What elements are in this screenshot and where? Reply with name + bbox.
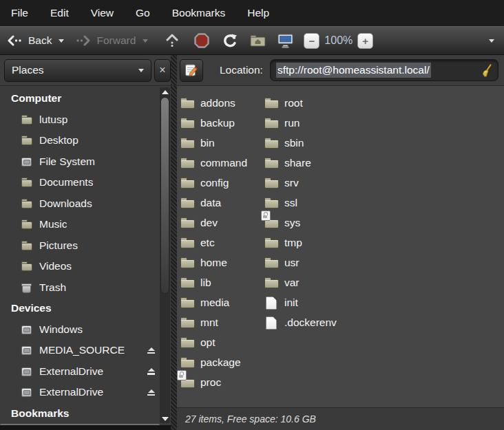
folder-icon [180,336,196,349]
sidebar-item-desktop[interactable]: Desktop [0,130,171,151]
sidebar-item-home-lutusp[interactable]: lutusp [0,109,171,131]
reload-button[interactable] [222,33,238,48]
folder-icon [264,257,280,269]
sidebar-item-externaldrive-2[interactable]: ExternalDrive [0,382,171,403]
menu-view[interactable]: View [87,6,118,21]
file-item-var[interactable]: var [264,272,348,292]
menu-bookmarks[interactable]: Bookmarks [168,6,230,21]
file-item-package[interactable]: package [180,352,264,372]
main-pane: addons backup bin command config data de… [177,86,504,430]
edit-path-icon [185,63,198,77]
desktop-folder-icon [21,135,33,146]
file-item-addons[interactable]: addons [180,93,264,113]
file-item-sbin[interactable]: sbin [264,133,348,153]
pane-splitter-top[interactable] [171,55,177,85]
status-text: 27 items, Free space: 10.6 GB [185,413,316,424]
computer-icon [277,34,294,48]
file-item-backup[interactable]: backup [180,113,264,133]
zoom-out-button[interactable]: − [304,33,319,49]
file-item-proc[interactable]: proc [180,372,264,392]
file-item-root[interactable]: root [264,93,348,113]
menu-file[interactable]: File [7,6,32,21]
back-history-caret-icon[interactable] [59,39,64,43]
file-item-usr[interactable]: usr [264,252,348,272]
forward-arrow-icon [75,35,91,46]
file-item-lib[interactable]: lib [180,272,264,292]
file-item-command[interactable]: command [180,153,264,173]
sidebar-scrollbar[interactable] [160,87,170,423]
drive-icon [21,387,33,398]
sidebar-item-trash[interactable]: Trash [0,277,171,299]
file-icon [264,316,280,329]
folder-icon [264,117,280,129]
eject-button[interactable] [147,389,156,396]
pane-splitter[interactable] [171,86,177,430]
up-button[interactable] [166,34,178,47]
sidebar-item-downloads[interactable]: Downloads [0,193,171,215]
file-item-etc[interactable]: etc [180,233,264,252]
stop-button[interactable] [193,32,210,49]
sidebar-item-videos[interactable]: Videos [0,256,171,277]
file-item-dockerenv[interactable]: .dockerenv [264,312,348,332]
toolbar-overflow-button[interactable] [482,39,494,43]
eject-button[interactable] [147,368,156,375]
sidebar-header-computer: Computer [0,88,171,109]
home-button[interactable] [250,34,266,47]
location-input[interactable]: sftp://root@homeassistant.local/ [270,59,498,81]
file-item-config[interactable]: config [180,173,264,193]
back-arrow-icon [7,35,23,46]
menu-help[interactable]: Help [243,6,273,21]
scroll-up-arrow-icon[interactable] [160,87,170,96]
folder-icon [180,217,196,229]
file-item-home[interactable]: home [180,252,264,272]
file-item-sys[interactable]: sys [264,213,348,233]
sidebar-item-pictures[interactable]: Pictures [0,235,171,257]
file-item-data[interactable]: data [180,193,264,213]
edit-path-button[interactable] [180,59,203,82]
location-label: Location: [220,64,263,76]
statusbar: 27 items, Free space: 10.6 GB [177,407,504,430]
close-side-pane-button[interactable]: × [154,59,171,82]
file-item-tmp[interactable]: tmp [264,233,348,252]
path-row: Places × Location: sftp://root@homeassis… [0,55,504,86]
file-item-bin[interactable]: bin [180,133,264,153]
home-folder-icon [21,114,33,125]
sidebar-item-file-system[interactable]: File System [0,151,171,173]
forward-button[interactable]: Forward [75,34,148,47]
menu-edit[interactable]: Edit [46,6,73,21]
file-item-init[interactable]: init [264,292,348,312]
file-item-share[interactable]: share [264,153,348,173]
folder-icon [180,376,196,389]
back-button[interactable]: Back [7,34,64,47]
file-item-ssl[interactable]: ssl [264,193,348,213]
folder-icon [180,316,196,329]
sidebar-item-windows[interactable]: Windows [0,319,171,341]
file-item-media[interactable]: media [180,292,264,312]
file-item-dev[interactable]: dev [180,213,264,233]
side-pane-mode-dropdown[interactable]: Places [4,59,151,82]
scroll-down-arrow-icon[interactable] [160,414,170,423]
file-item-opt[interactable]: opt [180,332,264,352]
folder-icon [180,157,196,169]
file-item-run[interactable]: run [264,113,348,133]
file-item-srv[interactable]: srv [264,173,348,193]
overflow-caret-icon [489,39,494,43]
file-item-mnt[interactable]: mnt [180,312,264,332]
sidebar-item-music[interactable]: Music [0,214,171,235]
zoom-in-button[interactable]: + [357,33,373,49]
folder-icon [264,97,280,109]
forward-history-caret-icon[interactable] [143,39,148,43]
sidebar-item-documents[interactable]: Documents [0,172,171,193]
drive-icon [21,366,33,377]
menu-go[interactable]: Go [132,6,154,21]
eject-button[interactable] [147,347,156,354]
folder-icon [180,356,196,369]
clear-location-broom-icon[interactable] [481,64,492,78]
folder-icon [264,277,280,289]
sidebar-item-media-source[interactable]: MEDIA_SOURCE [0,340,171,361]
sidebar-header-devices: Devices [0,298,171,319]
desktop-button[interactable] [277,34,294,48]
sidebar-item-externaldrive-1[interactable]: ExternalDrive [0,361,171,383]
folder-icon [180,137,196,149]
scrollbar-thumb[interactable] [160,97,169,294]
